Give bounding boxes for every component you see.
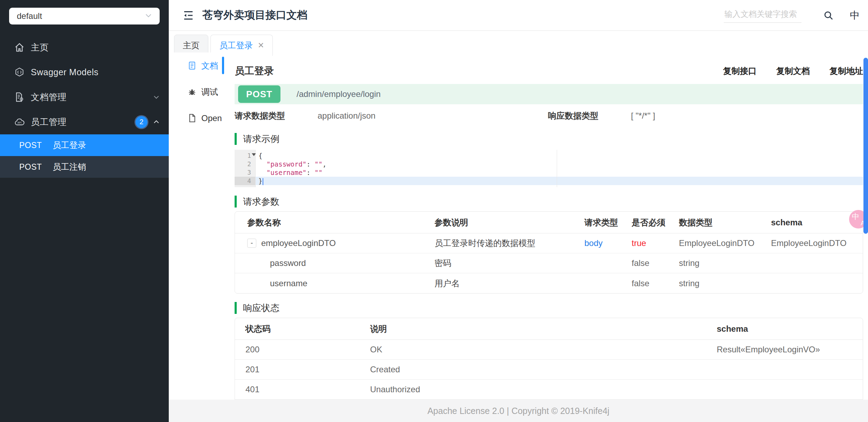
- column-header: 是否必须: [632, 212, 679, 233]
- scrollbar-thumb[interactable]: [863, 58, 868, 234]
- docbar-item-doc[interactable]: 文档: [169, 52, 224, 79]
- response-type-value: [ "*/*" ]: [631, 111, 655, 121]
- status-header-row: 状态码说明schema: [235, 318, 863, 340]
- code-line: }: [256, 177, 863, 185]
- collapse-toggle[interactable]: -: [247, 239, 256, 248]
- page-title: 苍穹外卖项目接口文档: [202, 8, 307, 22]
- line-number: 1: [235, 152, 255, 160]
- request-type-label: 请求数据类型: [235, 110, 318, 121]
- line-number: 4: [235, 177, 255, 185]
- sidebar-item-employee-manage[interactable]: API员工管理2: [0, 110, 169, 134]
- text-caret: [263, 178, 263, 185]
- sidebar-subitem-employee-login[interactable]: POST员工登录: [0, 134, 169, 156]
- method-label: POST: [19, 141, 53, 150]
- section-accent-bar: [235, 196, 237, 208]
- table-row: -employeeLoginDTO员工登录时传递的数据模型bodytrueEmp…: [235, 233, 863, 253]
- request-params-table: 参数名称参数说明请求类型是否必须数据类型schema -employeeLogi…: [235, 211, 863, 294]
- sidebar-submenu: POST员工登录POST员工注销: [0, 134, 169, 178]
- section-request-params: 请求参数: [235, 196, 863, 208]
- search-box: [724, 8, 801, 23]
- column-header: 说明: [370, 318, 717, 340]
- bug-icon: [187, 87, 197, 97]
- copy-doc-button[interactable]: 复制文档: [776, 65, 810, 77]
- svg-text:API: API: [17, 121, 21, 124]
- home-icon: [13, 42, 25, 52]
- header-right: 中: [724, 8, 868, 23]
- column-header: 数据类型: [679, 212, 771, 233]
- api-name-label: 员工注销: [53, 161, 86, 173]
- doc-manage-icon: [13, 92, 25, 102]
- api-title: 员工登录: [235, 64, 274, 78]
- column-header: 状态码: [235, 318, 370, 340]
- left-sidebar: default 主页Swagger Models文档管理API员工管理2 POS…: [0, 0, 169, 422]
- group-select-chevron-down-icon: [144, 11, 153, 21]
- section-response-status: 响应状态: [235, 302, 863, 314]
- translate-zh-glyph: 中: [852, 212, 859, 221]
- json-example-editor[interactable]: 1234 { "password": "", "username": ""}: [235, 150, 863, 187]
- table-row: 201Created: [235, 360, 863, 380]
- endpoint-path: /admin/employee/login: [297, 89, 381, 99]
- models-icon: [13, 67, 25, 77]
- line-number: 2: [235, 160, 255, 168]
- section-accent-bar: [235, 133, 237, 145]
- response-type-label: 响应数据类型: [548, 110, 631, 121]
- copy-api-button[interactable]: 复制接口: [723, 65, 757, 77]
- doc-icon: [187, 61, 197, 70]
- section-accent-bar: [235, 302, 237, 314]
- search-icon[interactable]: [823, 10, 834, 21]
- api-doc-panel: 员工登录 复制接口复制文档复制地址 POST /admin/employee/l…: [224, 56, 863, 420]
- request-type-value: application/json: [318, 111, 548, 121]
- method-label: POST: [19, 162, 53, 172]
- doc-sidebar: 文档调试Open: [169, 52, 224, 131]
- column-header: 参数说明: [435, 212, 584, 233]
- params-header-row: 参数名称参数说明请求类型是否必须数据类型schema: [235, 212, 863, 233]
- footer-text: Apache License 2.0 | Copyright © 2019-Kn…: [428, 406, 610, 416]
- group-select[interactable]: default: [9, 8, 160, 24]
- count-badge: 2: [136, 116, 147, 128]
- footer: Apache License 2.0 | Copyright © 2019-Kn…: [169, 400, 868, 422]
- sidebar-item-home[interactable]: 主页: [0, 35, 169, 60]
- table-row: 401Unauthorized: [235, 380, 863, 400]
- sidebar-item-label: 员工管理: [31, 116, 67, 128]
- section-request-example: 请求示例: [235, 133, 863, 145]
- sidebar-item-label: Swagger Models: [31, 67, 98, 77]
- sidebar-item-swagger-models[interactable]: Swagger Models: [0, 60, 169, 85]
- editor-code-area: { "password": "", "username": ""}: [256, 150, 863, 187]
- chevron-up-icon: [152, 118, 160, 126]
- api-head: 员工登录 复制接口复制文档复制地址: [235, 62, 863, 80]
- menu-fold-icon[interactable]: [182, 9, 195, 22]
- sidebar-menu: 主页Swagger Models文档管理API员工管理2: [0, 35, 169, 134]
- chevron-down-icon: [152, 93, 160, 101]
- content-type-row: 请求数据类型 application/json 响应数据类型 [ "*/*" ]: [235, 107, 863, 125]
- table-row: password密码falsestring: [235, 253, 863, 273]
- editor-print-margin: [557, 150, 557, 187]
- api-cloud-icon: API: [13, 117, 25, 127]
- language-toggle[interactable]: 中: [850, 9, 860, 22]
- code-line: {: [256, 152, 863, 160]
- file-icon: [187, 113, 197, 123]
- column-header: schema: [771, 212, 863, 233]
- column-header: schema: [717, 318, 863, 340]
- docbar-item-debug[interactable]: 调试: [169, 79, 224, 105]
- search-input[interactable]: [724, 9, 801, 19]
- line-number: 3: [235, 168, 255, 177]
- request-in-type: body: [584, 238, 603, 248]
- close-icon[interactable]: ✕: [258, 41, 264, 50]
- method-badge: POST: [238, 85, 280, 103]
- code-line: "password": "",: [256, 160, 863, 168]
- table-row: 200OKResult«EmployeeLoginVO»: [235, 340, 863, 360]
- column-header: 参数名称: [235, 212, 435, 233]
- tab-strip: 主页员工登录✕: [169, 31, 868, 56]
- column-header: 请求类型: [584, 212, 632, 233]
- table-row: username用户名falsestring: [235, 273, 863, 293]
- sidebar-item-doc-manage[interactable]: 文档管理: [0, 85, 169, 110]
- copy-addr-button[interactable]: 复制地址: [829, 65, 863, 77]
- code-line: "username": "": [256, 168, 863, 177]
- group-select-value: default: [17, 11, 42, 21]
- api-name-label: 员工登录: [53, 140, 86, 151]
- params-body: -employeeLoginDTO员工登录时传递的数据模型bodytrueEmp…: [235, 233, 863, 293]
- editor-gutter: 1234: [235, 150, 256, 187]
- sidebar-subitem-employee-logout[interactable]: POST员工注销: [0, 156, 169, 178]
- docbar-item-open[interactable]: Open: [169, 105, 224, 131]
- copy-button-group: 复制接口复制文档复制地址: [723, 65, 863, 77]
